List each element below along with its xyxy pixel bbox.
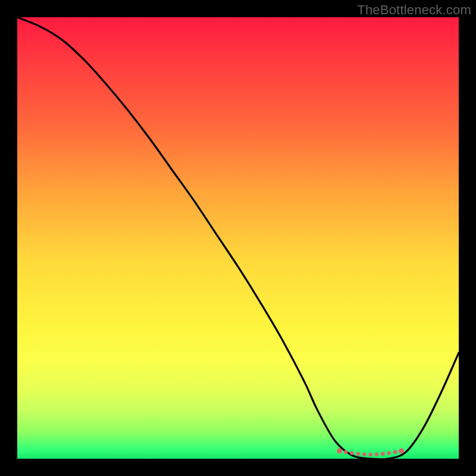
curve-layer <box>17 17 459 459</box>
watermark-text: TheBottleneck.com <box>357 2 471 18</box>
optimum-marker-dot <box>399 448 404 453</box>
optimum-marker-dot <box>356 452 360 456</box>
optimum-marker-dot <box>381 452 384 456</box>
optimum-marker-dot <box>362 452 366 456</box>
optimum-marker-dot <box>393 450 397 454</box>
plot-area <box>17 17 459 459</box>
optimum-marker <box>337 448 404 456</box>
optimum-marker-dot <box>337 448 342 453</box>
bottleneck-curve <box>17 17 459 459</box>
optimum-marker-dot <box>387 451 391 455</box>
optimum-marker-dot <box>350 451 353 455</box>
optimum-marker-dot <box>375 452 378 456</box>
optimum-marker-dot <box>368 453 372 456</box>
chart-frame: TheBottleneck.com <box>0 0 476 476</box>
optimum-marker-dot <box>344 450 347 454</box>
